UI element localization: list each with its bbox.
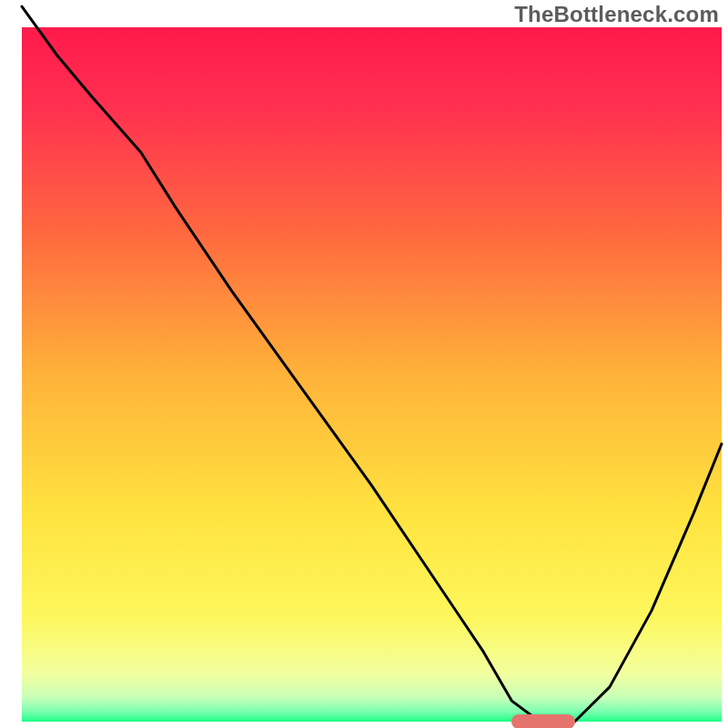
chart-stage: { "watermark": "TheBottleneck.com", "plo… (0, 0, 728, 728)
optimal-range-marker (511, 714, 574, 728)
watermark-text: TheBottleneck.com (514, 2, 719, 27)
bottleneck-chart (0, 0, 728, 728)
plot-background (22, 27, 722, 722)
